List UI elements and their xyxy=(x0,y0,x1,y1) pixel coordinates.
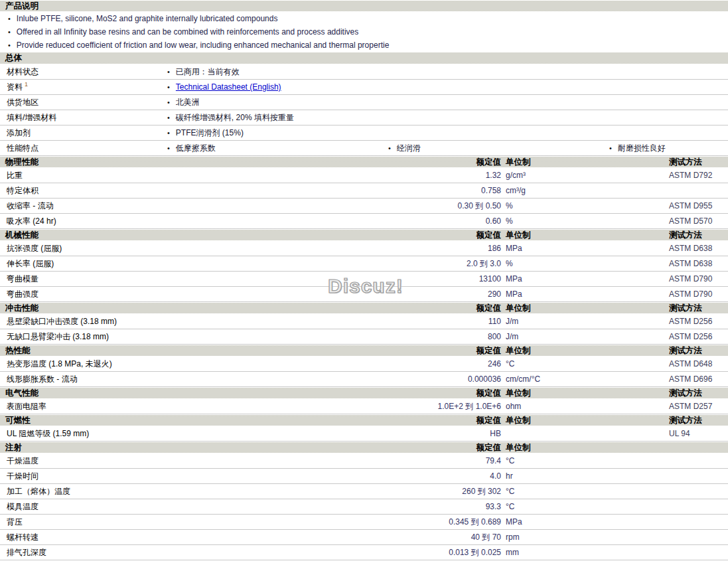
general-label: 添加剂 xyxy=(0,127,167,139)
property-unit: J/m xyxy=(501,332,665,341)
test-method: ASTM D638 xyxy=(665,244,728,253)
column-header-value: 额定值 xyxy=(358,415,501,426)
property-value: 40 到 70 xyxy=(358,532,501,543)
general-label: 性能特点 xyxy=(0,143,167,154)
technical-datasheet-link[interactable]: Technical Datasheet (English) xyxy=(176,82,281,92)
general-row: 性能特点 •低摩擦系数 •经润滑 •耐磨损性良好 xyxy=(0,141,728,156)
property-name: 伸长率 (屈服) xyxy=(0,258,358,270)
section-header-product-description: 产品说明 xyxy=(0,0,728,12)
property-name: 弯曲强度 xyxy=(0,289,358,300)
column-header-method: 测试方法 xyxy=(665,345,728,357)
property-unit: MPa xyxy=(501,517,665,527)
section-header-physical: 物理性能 额定值 单位制 测试方法 xyxy=(0,156,728,168)
property-value: 0.345 到 0.689 xyxy=(358,517,501,528)
property-unit: °C xyxy=(501,456,665,465)
property-name: 抗张强度 (屈服) xyxy=(0,243,358,254)
property-row: 特定体积 0.758 cm³/g xyxy=(0,183,728,199)
property-row: 模具温度 93.3 °C xyxy=(0,499,728,515)
section-title: 总体 xyxy=(5,53,22,62)
property-unit: MPa xyxy=(501,274,665,284)
property-row: 抗张强度 (屈服) 186 MPa ASTM D638 xyxy=(0,241,728,256)
property-value: 0.60 xyxy=(358,216,501,226)
property-name: 线形膨胀系数 - 流动 xyxy=(0,374,358,385)
general-value: •经润滑 xyxy=(388,143,609,154)
section-header-general: 总体 xyxy=(0,52,728,64)
column-header-unit: 单位制 xyxy=(501,388,665,399)
property-value: 79.4 xyxy=(358,456,501,465)
property-name: 加工（熔体）温度 xyxy=(0,486,358,497)
test-method: ASTM D257 xyxy=(665,402,728,411)
general-value: •低摩擦系数 xyxy=(167,143,388,154)
column-header-method: 测试方法 xyxy=(665,415,728,426)
property-value: 2.0 到 3.0 xyxy=(358,258,501,270)
general-label: 供货地区 xyxy=(0,97,167,108)
property-name: 吸水率 (24 hr) xyxy=(0,216,358,227)
general-value: •已商用：当前有效 xyxy=(167,66,388,78)
test-method: ASTM D696 xyxy=(665,374,728,384)
property-unit: rpm xyxy=(501,532,665,542)
property-value: HB xyxy=(358,429,501,438)
property-name: 背压 xyxy=(0,517,358,528)
column-header-value: 额定值 xyxy=(358,345,501,357)
description-text: Provide reduced coefficient of friction … xyxy=(17,41,389,50)
general-label: 材料状态 xyxy=(0,66,167,78)
property-value: 0.30 到 0.50 xyxy=(358,201,501,212)
property-row: 伸长率 (屈服) 2.0 到 3.0 % ASTM D638 xyxy=(0,256,728,272)
property-value: 93.3 xyxy=(358,502,501,511)
column-header-value: 额定值 xyxy=(358,230,501,241)
property-name: 表面电阻率 xyxy=(0,401,358,412)
bullet-icon: • xyxy=(609,145,612,152)
property-name: 特定体积 xyxy=(0,185,358,197)
property-name: 比重 xyxy=(0,170,358,181)
general-row: 材料状态 •已商用：当前有效 xyxy=(0,64,728,80)
property-row: 干燥时间 4.0 hr xyxy=(0,469,728,484)
description-text: Inlube PTFE, silicone, MoS2 and graphite… xyxy=(17,14,278,23)
column-header-method: 测试方法 xyxy=(665,157,728,168)
bullet-icon: • xyxy=(167,145,170,152)
property-name: UL 阻燃等级 (1.59 mm) xyxy=(0,428,358,440)
test-method: UL 94 xyxy=(665,429,728,438)
property-row: 热变形温度 (1.8 MPa, 未退火) 246 °C ASTM D648 xyxy=(0,357,728,372)
general-value: •PTFE润滑剂 (15%) xyxy=(167,127,388,139)
column-header-method: 测试方法 xyxy=(665,230,728,241)
general-row: 添加剂 •PTFE润滑剂 (15%) xyxy=(0,125,728,141)
property-value: 1.0E+2 到 1.0E+6 xyxy=(358,401,501,412)
description-bullet-row: • Offered in all Infinity base resins an… xyxy=(0,25,728,39)
section-header-thermal: 热性能 额定值 单位制 测试方法 xyxy=(0,345,728,357)
general-value: •北美洲 xyxy=(167,97,388,108)
property-value: 800 xyxy=(358,332,501,341)
property-name: 热变形温度 (1.8 MPa, 未退火) xyxy=(0,359,358,370)
general-row: 资料1 •Technical Datasheet (English) xyxy=(0,80,728,95)
property-name: 悬壁梁缺口冲击强度 (3.18 mm) xyxy=(0,316,358,327)
property-row: 加工（熔体）温度 260 到 302 °C xyxy=(0,484,728,499)
property-value: 290 xyxy=(358,289,501,299)
property-row: 排气孔深度 0.013 到 0.025 mm xyxy=(0,545,728,560)
property-value: 260 到 302 xyxy=(358,486,501,497)
property-unit: % xyxy=(501,216,665,226)
material-datasheet-page: { "icons": { "bullet": "•" }, "colors": … xyxy=(0,0,728,571)
test-method: ASTM D792 xyxy=(665,171,728,180)
bullet-icon: • xyxy=(167,84,170,91)
test-method: ASTM D570 xyxy=(665,216,728,226)
property-name: 收缩率 - 流动 xyxy=(0,201,358,212)
property-unit: °C xyxy=(501,502,665,511)
footnote-superscript: 1 xyxy=(25,81,28,88)
property-row: 收缩率 - 流动 0.30 到 0.50 % ASTM D955 xyxy=(0,199,728,214)
property-value: 246 xyxy=(358,359,501,368)
column-header-method: 测试方法 xyxy=(665,388,728,399)
column-header-unit: 单位制 xyxy=(501,157,665,168)
general-value: •耐磨损性良好 xyxy=(609,143,728,154)
general-label: 填料/增强材料 xyxy=(0,112,167,123)
general-value: •Technical Datasheet (English) xyxy=(167,82,388,92)
property-row: UL 阻燃等级 (1.59 mm) HB UL 94 xyxy=(0,426,728,442)
column-header-value: 额定值 xyxy=(358,388,501,399)
column-header-unit: 单位制 xyxy=(501,345,665,357)
property-row: 悬壁梁缺口冲击强度 (3.18 mm) 110 J/m ASTM D256 xyxy=(0,314,728,329)
property-unit: cm³/g xyxy=(501,186,665,195)
property-unit: MPa xyxy=(501,244,665,253)
column-header-value: 额定值 xyxy=(358,303,501,314)
general-row: 填料/增强材料 •碳纤维增强材料, 20% 填料按重量 xyxy=(0,110,728,125)
property-unit: °C xyxy=(501,487,665,496)
property-name: 模具温度 xyxy=(0,501,358,513)
general-label: 资料1 xyxy=(0,81,167,93)
